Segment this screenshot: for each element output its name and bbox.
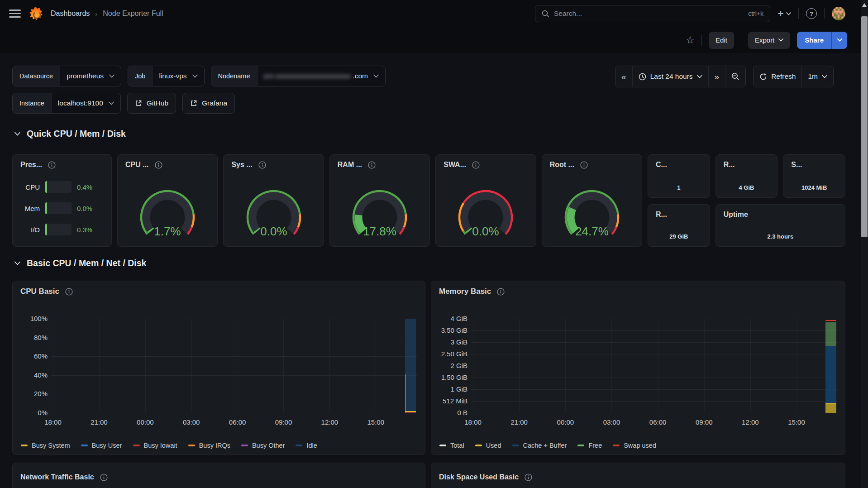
bottom-panels-row: Network Traffic Basic Disk Space Used Ba… [12, 463, 845, 488]
legend-item[interactable]: Busy IRQs [188, 442, 230, 449]
info-icon[interactable] [258, 161, 266, 169]
gridline-horizontal [471, 389, 838, 390]
legend-item[interactable]: Busy Iowait [133, 442, 177, 449]
time-back-button[interactable]: « [615, 66, 632, 87]
panel-header[interactable]: S... [791, 161, 802, 169]
panel-title: Sys ... [231, 161, 252, 169]
scrollbar-thumb[interactable] [861, 16, 868, 237]
panel-title: S... [791, 161, 802, 169]
series-area [406, 412, 415, 413]
panel-header[interactable]: Uptime [724, 211, 748, 219]
panel-title: SWA... [444, 161, 466, 169]
scrollbar[interactable] [861, 0, 868, 488]
panel-title: Memory Basic [439, 287, 491, 296]
info-icon[interactable] [48, 161, 56, 169]
series-area [825, 403, 836, 413]
section-basic-header[interactable]: Basic CPU / Mem / Net / Disk [14, 258, 146, 268]
panel-header[interactable]: R... [724, 161, 735, 169]
info-icon[interactable] [525, 474, 532, 481]
share-dropdown-button[interactable] [831, 32, 847, 49]
panel-header[interactable]: Disk Space Used Basic [439, 473, 532, 481]
scroll-up-arrow[interactable] [862, 3, 867, 7]
panel-header[interactable]: Network Traffic Basic [20, 473, 108, 481]
y-axis-label: 3 GiB [434, 338, 467, 346]
legend-item[interactable]: Busy System [21, 442, 70, 449]
memory-plot-area[interactable]: 18:0021:0000:0003:0006:0009:0012:0015:00 [471, 319, 838, 413]
panel-header[interactable]: Sys ... [231, 161, 266, 169]
export-button[interactable]: Export [748, 32, 790, 49]
x-axis-label: 12:00 [321, 418, 339, 426]
edit-button[interactable]: Edit [709, 32, 734, 49]
info-icon[interactable] [497, 288, 505, 296]
zoom-out-button[interactable] [725, 66, 745, 87]
job-value[interactable]: linux-vps [153, 66, 204, 86]
time-forward-button[interactable]: » [708, 66, 725, 87]
time-range-button[interactable]: Last 24 hours [632, 66, 708, 87]
nodename-value[interactable]: srv-xxxxxxxxxxxxxxxxxxxx .com [258, 66, 385, 86]
panel-header[interactable]: Root ... [550, 161, 588, 169]
y-axis-label: 0 B [434, 409, 467, 416]
info-icon[interactable] [100, 474, 108, 481]
panel-header[interactable]: SWA... [444, 161, 480, 169]
legend-item[interactable]: Cache + Buffer [512, 442, 567, 449]
legend-item[interactable]: Swap used [613, 442, 656, 449]
x-axis-label: 18:00 [44, 418, 62, 426]
legend-label: Free [588, 442, 602, 449]
panel-title: Uptime [724, 211, 748, 219]
instance-value[interactable]: localhost:9100 [52, 93, 120, 113]
cpu-basic-panel: CPU Basic 18:0021:0000:0003:0006:0009:00… [12, 281, 425, 455]
info-icon[interactable] [472, 161, 480, 169]
refresh-button[interactable]: Refresh [754, 66, 801, 87]
panel-header[interactable]: Memory Basic [439, 287, 505, 296]
help-button[interactable] [806, 8, 817, 19]
pressure-panel: Pres... CPU0.4%Mem0.0%I/O0.3% [12, 154, 112, 247]
pressure-bar-fill [45, 181, 47, 193]
panel-title: C... [656, 161, 667, 169]
grafana-logo-icon[interactable] [29, 7, 43, 20]
legend-item[interactable]: Idle [296, 442, 317, 449]
panel-header[interactable]: CPU Basic [20, 287, 73, 296]
y-axis-label: 80% [14, 334, 48, 341]
legend-label: Idle [306, 442, 317, 449]
legend-item[interactable]: Used [475, 442, 501, 449]
disk-space-panel: Disk Space Used Basic [431, 463, 845, 488]
stat-value: 2.3 hours [716, 233, 845, 240]
pressure-bar-gauge [45, 202, 72, 214]
pressure-rows: CPU0.4%Mem0.0%I/O0.3% [13, 179, 111, 237]
star-icon[interactable]: ☆ [686, 34, 695, 46]
panel-header[interactable]: RAM ... [338, 161, 376, 169]
panel-header[interactable]: R... [656, 211, 667, 219]
section-quick-header[interactable]: Quick CPU / Mem / Disk [14, 129, 126, 139]
gridline-vertical [704, 319, 705, 413]
info-icon[interactable] [580, 161, 588, 169]
gridline-horizontal [471, 401, 838, 402]
info-icon[interactable] [65, 288, 73, 296]
new-button[interactable]: + [777, 8, 791, 19]
legend-item[interactable]: Free [577, 442, 602, 449]
datasource-value[interactable]: prometheus [60, 66, 121, 86]
github-link-button[interactable]: GitHub [127, 93, 176, 114]
panel-header[interactable]: CPU ... [125, 161, 162, 169]
legend-item[interactable]: Total [439, 442, 464, 449]
stat-panel: R...4 GiB [715, 154, 778, 198]
menu-icon[interactable] [9, 10, 21, 18]
panel-header[interactable]: Pres... [20, 161, 56, 169]
network-traffic-panel: Network Traffic Basic [12, 463, 425, 488]
legend-item[interactable]: Busy Other [241, 442, 285, 449]
y-axis-label: 20% [14, 390, 48, 397]
user-avatar[interactable] [832, 7, 845, 20]
info-icon[interactable] [155, 161, 162, 169]
legend-item[interactable]: Busy User [81, 442, 122, 449]
breadcrumb-dashboards[interactable]: Dashboards [51, 10, 90, 18]
cpu-plot-area[interactable]: 18:0021:0000:0003:0006:0009:0012:0015:00 [51, 319, 417, 413]
y-axis-label: 1.50 GiB [434, 373, 467, 381]
info-icon[interactable] [368, 161, 376, 169]
search-input[interactable]: Search... ctrl+k [535, 5, 770, 22]
grafana-link-button[interactable]: Grafana [182, 93, 235, 114]
nodename-label: Nodename [211, 66, 258, 86]
gauge: 1.7% [129, 187, 206, 243]
panel-header[interactable]: C... [656, 161, 667, 169]
share-button[interactable]: Share [797, 32, 831, 49]
gauge-panel: Sys ...0.0% [223, 154, 324, 247]
refresh-interval-button[interactable]: 1m [801, 66, 833, 87]
